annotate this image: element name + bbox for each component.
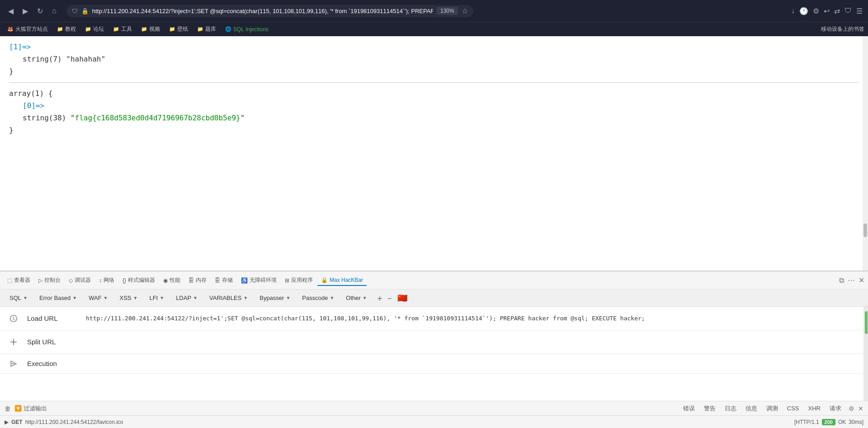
split-url-content (81, 338, 868, 346)
firefox-icon: 🦊 (7, 26, 14, 32)
css-tab[interactable]: CSS (785, 404, 801, 413)
back-button[interactable]: ◀ (5, 5, 16, 17)
request-tab[interactable]: 请求 (828, 404, 843, 414)
dt-tab-application[interactable]: ⊞ 应用程序 (281, 275, 316, 286)
status-text: OK (838, 419, 846, 425)
dt-tab-network[interactable]: ↕ 网络 (95, 275, 118, 286)
bookmark-tutorial[interactable]: 📁 教程 (53, 24, 80, 34)
dt-tab-memory[interactable]: 🗄 内存 (185, 275, 210, 286)
bookmark-firefox[interactable]: 🦊 火狐官方站点 (4, 24, 52, 34)
page-scrollbar[interactable] (863, 36, 868, 271)
dt-tab-style-editor[interactable]: {} 样式编辑器 (119, 275, 159, 286)
settings-bottom-icon[interactable]: ⚙ (849, 405, 854, 412)
hackbar-sql-menu[interactable]: SQL ▼ (5, 293, 33, 303)
dock-button[interactable]: ⧉ (839, 276, 844, 285)
hackbar-body: Load URL http://111.200.241.244:54122/?i… (0, 307, 868, 401)
log-tab[interactable]: 日志 (723, 404, 738, 414)
bookmark-tools[interactable]: 📁 工具 (109, 24, 136, 34)
hackbar-waf-menu[interactable]: WAF ▼ (84, 293, 113, 303)
load-url-label: Load URL (27, 314, 81, 322)
mobile-bookmarks[interactable]: 移动设备上的书签 (821, 25, 864, 33)
dt-tab-inspector[interactable]: ⬚ 查看器 (4, 275, 34, 286)
dt-tab-accessibility[interactable]: ♿ 无障碍环境 (237, 275, 280, 286)
hackbar-passcode-menu[interactable]: Passcode ▼ (297, 293, 339, 303)
errorbased-arrow-icon: ▼ (72, 295, 77, 300)
response-time: 30ms] (849, 419, 863, 425)
back-sync-icon[interactable]: ↩ (824, 7, 830, 15)
code-line-5: [0]=> (9, 100, 859, 112)
split-url-label: Split URL (27, 338, 81, 346)
dt-tab-debugger[interactable]: ◇ 调试器 (65, 275, 94, 286)
dt-tab-console[interactable]: ▷ 控制台 (35, 275, 64, 286)
console-icon: ▷ (38, 277, 42, 284)
hackbar-lfi-menu[interactable]: LFI ▼ (144, 293, 169, 303)
load-url-content[interactable]: http://111.200.241.244:54122/?inject=1';… (81, 310, 868, 327)
reload-button[interactable]: ↻ (34, 5, 46, 17)
error-tab[interactable]: 错误 (681, 404, 697, 414)
hackbar-variables-menu[interactable]: VARIABLES ▼ (204, 293, 253, 303)
folder-icon-5: 📁 (169, 26, 175, 32)
protocol-label: [HTTP/1.1 (794, 419, 819, 425)
folder-icon-6: 📁 (197, 26, 203, 32)
waf-arrow-icon: ▼ (104, 295, 108, 300)
load-url-icon (0, 314, 27, 323)
hackbar-errorbased-menu[interactable]: Error Based ▼ (34, 293, 82, 303)
status-url: http://111.200.241.244:54122/favicon.ico (25, 419, 123, 425)
menu-icon[interactable]: ☰ (856, 7, 863, 15)
hackbar-minus-button[interactable]: － (386, 293, 394, 304)
code-line-4: array(1) { (9, 87, 859, 100)
more-button[interactable]: ⋯ (848, 276, 855, 285)
refresh-icon[interactable]: ⇄ (834, 7, 840, 15)
dt-tab-performance[interactable]: ◉ 性能 (160, 275, 184, 286)
clear-button[interactable]: 🗑 (5, 405, 11, 412)
debug-tab[interactable]: 调测 (764, 404, 780, 414)
split-url-icon (0, 338, 27, 347)
hackbar: SQL ▼ Error Based ▼ WAF ▼ XSS ▼ LFI ▼ (0, 290, 868, 401)
zoom-badge: 130% (437, 7, 458, 15)
hackbar-scrollbar[interactable] (863, 307, 868, 401)
close-devtools-button[interactable]: ✕ (859, 276, 864, 285)
shield-icon: 🛡 (72, 8, 78, 14)
folder-icon-2: 📁 (85, 26, 91, 32)
hackbar-scrollbar-thumb (865, 311, 868, 334)
status-code-badge: 200 (822, 419, 835, 425)
bookmark-video[interactable]: 📁 视频 (137, 24, 164, 34)
code-line-6: string(38) "flag{c168d583ed0d4d7196967b2… (9, 112, 859, 124)
address-input[interactable] (92, 8, 433, 14)
hackbar-bypasser-menu[interactable]: Bypasser ▼ (255, 293, 295, 303)
settings-icon[interactable]: ⚙ (813, 7, 819, 15)
hackbar-other-menu[interactable]: Other ▼ (341, 293, 372, 303)
dt-tab-storage[interactable]: 🗄 存储 (211, 275, 236, 286)
toolbar-right: ↓ 🕐 ⚙ ↩ ⇄ 🛡 ☰ (791, 7, 863, 15)
home-button[interactable]: ⌂ (49, 5, 59, 17)
hackbar-add-button[interactable]: ＋ (376, 293, 384, 304)
code-line-7: } (9, 124, 859, 136)
dt-tab-hackbar[interactable]: 🔒 Max HacKBar (317, 275, 367, 286)
other-arrow-icon: ▼ (363, 295, 367, 300)
bookmark-star-button[interactable]: ☆ (462, 7, 468, 15)
hackbar-ldap-menu[interactable]: LDAP ▼ (171, 293, 203, 303)
debugger-icon: ◇ (69, 277, 73, 284)
security-icon[interactable]: 🛡 (844, 7, 852, 15)
bookmark-wallpaper[interactable]: 📁 壁纸 (165, 24, 192, 34)
hackbar-xss-menu[interactable]: XSS ▼ (115, 293, 143, 303)
application-icon: ⊞ (285, 277, 289, 284)
split-url-row: Split URL (0, 330, 868, 354)
passcode-arrow-icon: ▼ (330, 295, 334, 300)
bookmark-forum[interactable]: 📁 论坛 (81, 24, 108, 34)
style-icon: {} (123, 277, 126, 284)
history-icon[interactable]: 🕐 (799, 7, 808, 15)
info-tab[interactable]: 信息 (744, 404, 759, 414)
bookmark-sql-injections[interactable]: 🌐 SQL Injections (222, 25, 272, 34)
xhr-tab[interactable]: XHR (807, 404, 822, 413)
execution-content (81, 360, 868, 367)
globe-icon: 🌐 (225, 26, 231, 32)
warning-tab[interactable]: 警告 (702, 404, 717, 414)
bookmark-problems[interactable]: 📁 题库 (193, 24, 220, 34)
forward-button[interactable]: ▶ (20, 5, 31, 17)
devtools-panel: ⬚ 查看器 ▷ 控制台 ◇ 调试器 ↕ 网络 {} 样式编辑器 ◉ 性能 (0, 271, 868, 415)
extension-icon[interactable]: ↓ (791, 7, 795, 15)
close-bottom-icon[interactable]: ✕ (858, 405, 863, 412)
filter-output[interactable]: 🔽 过滤输出 (14, 404, 47, 413)
cn-flag-icon: 🇨🇳 (397, 293, 407, 303)
